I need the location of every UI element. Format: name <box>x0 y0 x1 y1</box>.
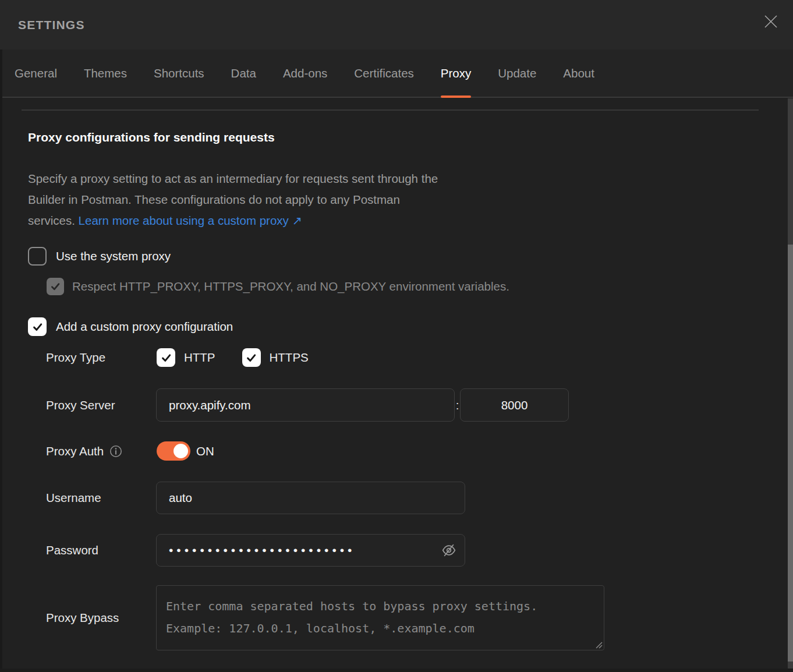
tab-proxy[interactable]: Proxy <box>441 49 471 97</box>
env-vars-label: Respect HTTP_PROXY, HTTPS_PROXY, and NO_… <box>72 280 509 293</box>
proxy-server-label: Proxy Server <box>46 388 115 422</box>
tab-certificates[interactable]: Certificates <box>354 49 414 97</box>
check-icon <box>160 352 172 364</box>
https-checkbox[interactable] <box>242 348 261 367</box>
external-link-icon: ↗ <box>292 214 302 227</box>
modal-bottom-edge <box>0 669 793 672</box>
check-icon <box>31 321 44 333</box>
close-button[interactable] <box>762 13 780 30</box>
tab-general[interactable]: General <box>15 49 57 97</box>
system-proxy-row: Use the system proxy <box>28 247 171 266</box>
http-checkbox[interactable] <box>157 348 175 367</box>
settings-tab-bar: General Themes Shortcuts Data Add-ons Ce… <box>0 49 793 98</box>
section-description: Specify a proxy setting to act as an int… <box>28 168 438 231</box>
learn-more-link[interactable]: Learn more about using a custom proxy ↗ <box>79 214 302 227</box>
env-vars-row: Respect HTTP_PROXY, HTTPS_PROXY, and NO_… <box>47 278 509 295</box>
custom-proxy-label: Add a custom proxy configuration <box>56 320 233 334</box>
active-tab-indicator <box>441 96 471 98</box>
tab-update[interactable]: Update <box>498 49 536 97</box>
section-heading: Proxy configurations for sending request… <box>28 130 275 144</box>
https-label: HTTPS <box>270 351 309 365</box>
proxy-type-controls: HTTP HTTPS <box>157 348 309 367</box>
description-line-1: Specify a proxy setting to act as an int… <box>28 168 438 189</box>
proxy-bypass-field <box>156 585 604 650</box>
page-title: SETTINGS <box>18 18 85 32</box>
tab-data[interactable]: Data <box>231 49 256 97</box>
scrollbar-thumb[interactable] <box>788 245 793 662</box>
custom-proxy-checkbox[interactable] <box>28 317 47 336</box>
proxy-bypass-textarea[interactable] <box>156 585 604 650</box>
tab-shortcuts[interactable]: Shortcuts <box>154 49 204 97</box>
system-proxy-label: Use the system proxy <box>56 249 171 263</box>
tab-add-ons[interactable]: Add-ons <box>283 49 327 97</box>
check-icon <box>245 352 257 364</box>
settings-header: SETTINGS <box>0 0 793 49</box>
username-label: Username <box>46 482 101 514</box>
proxy-bypass-label: Proxy Bypass <box>46 585 119 650</box>
http-label: HTTP <box>184 351 215 365</box>
settings-modal: SETTINGS General Themes Shortcuts Data A… <box>0 0 793 672</box>
proxy-type-label: Proxy Type <box>46 349 105 366</box>
username-input[interactable] <box>156 482 465 514</box>
toggle-knob <box>174 444 188 458</box>
tab-themes[interactable]: Themes <box>84 49 127 97</box>
info-icon[interactable] <box>109 445 122 458</box>
proxy-auth-label: Proxy Auth <box>46 443 122 459</box>
custom-proxy-row: Add a custom proxy configuration <box>28 317 233 336</box>
close-icon <box>763 14 778 29</box>
scrollbar-track[interactable] <box>788 98 793 672</box>
host-port-separator: : <box>455 388 460 422</box>
app-background-edge <box>0 49 2 672</box>
eye-off-icon <box>441 543 457 558</box>
section-divider <box>22 109 759 111</box>
tab-about[interactable]: About <box>563 49 594 97</box>
tab-proxy-label: Proxy <box>441 66 471 80</box>
description-line-3-text: services. <box>28 214 75 227</box>
password-label: Password <box>46 534 98 567</box>
proxy-server-port-input[interactable] <box>460 388 569 422</box>
proxy-server-host-input[interactable] <box>156 388 455 422</box>
resize-handle-icon[interactable] <box>595 641 603 649</box>
password-field <box>156 534 465 567</box>
description-line-3: services. Learn more about using a custo… <box>28 210 438 231</box>
system-proxy-checkbox[interactable] <box>28 247 47 266</box>
proxy-auth-toggle[interactable] <box>157 441 190 461</box>
toggle-password-visibility-button[interactable] <box>440 542 458 558</box>
proxy-auth-state: ON <box>196 441 214 461</box>
check-icon <box>49 281 61 292</box>
password-input[interactable] <box>156 534 465 567</box>
description-line-2: Builder in Postman. These configurations… <box>28 189 438 210</box>
env-vars-checkbox <box>47 278 64 295</box>
